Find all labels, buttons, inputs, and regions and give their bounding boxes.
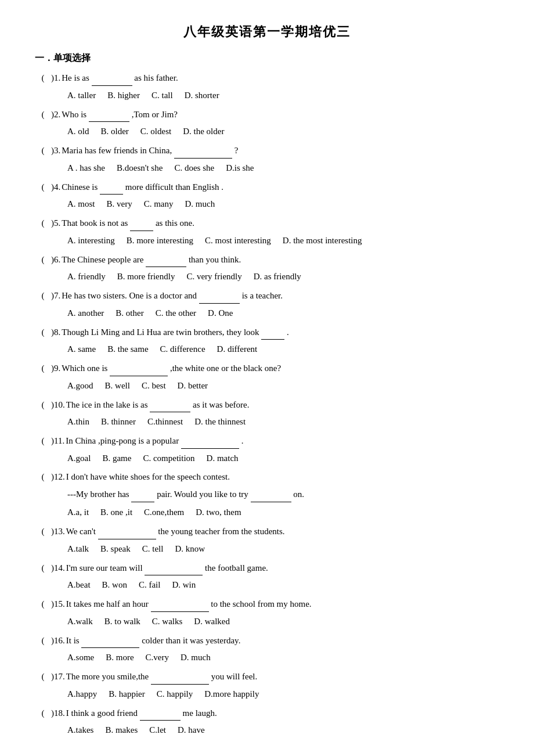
question-number: )7. <box>51 289 60 303</box>
option: B. won <box>102 577 127 593</box>
option: C.very <box>146 650 169 665</box>
option: D. the most interesting <box>283 233 362 249</box>
question-number: )11. <box>51 434 64 448</box>
option: A. interesting <box>67 233 115 249</box>
paren: ( <box>35 434 51 448</box>
question-text: The Chinese people are than you think. <box>62 252 499 268</box>
options-line: A.beatB. wonC. failD. win <box>35 577 499 593</box>
option: D. know <box>175 541 205 557</box>
question-text: We can't the young teacher from the stud… <box>66 524 499 539</box>
option: D. different <box>217 341 258 357</box>
question-text: Maria has few friends in China, ? <box>62 143 499 159</box>
paren: ( <box>35 180 51 194</box>
options-line: A.a, itB. one ,itC.one,themD. two, them <box>35 505 499 520</box>
question-number: )9. <box>51 361 60 375</box>
option: C. happily <box>157 686 193 702</box>
extra-question-line: ---My brother has pair. Would you like t… <box>35 486 499 502</box>
option: B. more <box>106 650 134 665</box>
option: C. does she <box>174 160 214 176</box>
blank <box>199 288 240 304</box>
option: C.let <box>149 722 166 738</box>
question-text: Though Li Ming and Li Hua are twin broth… <box>62 325 499 340</box>
option: B. the same <box>107 341 148 357</box>
options-line: A.goalB. gameC. competitionD. match <box>35 451 499 466</box>
blank <box>151 669 209 685</box>
options-line: A . has sheB.doesn't sheC. does sheD.is … <box>35 160 499 176</box>
option: A . has she <box>67 160 105 176</box>
option: D. shorter <box>185 88 219 103</box>
question-text: I'm sure our team will the football game… <box>66 560 499 576</box>
blank <box>98 524 156 539</box>
question-number: )14. <box>51 561 65 575</box>
options-line: A. oldB. olderC. oldestD. the older <box>35 124 499 139</box>
option: A.takes <box>67 722 93 738</box>
option: D. much <box>185 196 215 212</box>
option: D. the older <box>183 124 224 139</box>
blank <box>261 325 284 340</box>
paren: ( <box>35 470 51 484</box>
question-text: Chinese is more difficult than English . <box>62 179 499 195</box>
paren: ( <box>35 253 51 267</box>
option: D. win <box>172 577 196 593</box>
question-block: ()8.Though Li Ming and Li Hua are twin b… <box>35 325 499 358</box>
question-number: )15. <box>51 597 65 611</box>
question-text: That book is not as as this one. <box>62 215 499 231</box>
option: D. better <box>178 378 208 394</box>
blank <box>130 215 153 231</box>
question-block: ()17.The more you smile,the you will fee… <box>35 669 499 702</box>
option: A. taller <box>67 88 96 103</box>
options-line: A. tallerB. higherC. tallD. shorter <box>35 88 499 103</box>
question-block: ()7.He has two sisters. One is a doctor … <box>35 288 499 321</box>
option: C. best <box>142 378 166 394</box>
option: D. walked <box>194 614 230 629</box>
question-number: )18. <box>51 706 65 720</box>
blank <box>140 705 181 721</box>
paren: ( <box>35 143 51 157</box>
option: B.doesn't she <box>117 160 163 176</box>
option: D. two, them <box>196 505 241 520</box>
option: B. other <box>116 305 143 321</box>
option: A.happy <box>67 686 97 702</box>
question-block: ()18.I think a good friend me laugh.A.ta… <box>35 705 499 739</box>
question-number: )6. <box>51 253 60 267</box>
question-text: Which one is ,the white one or the black… <box>62 361 499 376</box>
question-number: )1. <box>51 71 60 85</box>
option: C. tell <box>142 541 164 557</box>
option: D. have <box>178 722 205 738</box>
options-line: A. anotherB. otherC. the otherD. One <box>35 305 499 321</box>
option: C. the other <box>156 305 196 321</box>
paren: ( <box>35 706 51 720</box>
question-block: ()13.We can't the young teacher from the… <box>35 524 499 557</box>
option: B. speak <box>100 541 131 557</box>
options-line: A.happyB. happierC. happilyD.more happil… <box>35 686 499 702</box>
blank <box>151 596 209 612</box>
option: C. difference <box>160 341 205 357</box>
option: C. fail <box>139 577 161 593</box>
paren: ( <box>35 561 51 575</box>
question-block: ()16.It is colder than it was yesterday.… <box>35 633 499 666</box>
paren: ( <box>35 524 51 538</box>
question-number: )12. <box>51 470 65 484</box>
question-block: ()4.Chinese is more difficult than Engli… <box>35 179 499 213</box>
question-text: The more you smile,the you will feel. <box>66 669 499 685</box>
paren: ( <box>35 361 51 375</box>
question-text: He is as as his father. <box>62 70 499 86</box>
question-text: It is colder than it was yesterday. <box>66 633 499 649</box>
question-text: He has two sisters. One is a doctor and … <box>62 288 499 304</box>
option: B. makes <box>105 722 138 738</box>
options-line: A.thinB. thinnerC.thinnestD. the thinnes… <box>35 414 499 430</box>
option: B. older <box>101 124 129 139</box>
question-text: The ice in the lake is as as it was befo… <box>66 397 499 413</box>
option: A.talk <box>67 541 89 557</box>
option: B. very <box>107 196 132 212</box>
option: C.thinnest <box>147 414 183 430</box>
option: C. competition <box>143 451 194 466</box>
option: D. One <box>208 305 233 321</box>
option: C.one,them <box>144 505 184 520</box>
blank <box>146 252 186 268</box>
question-block: ()10.The ice in the lake is as as it was… <box>35 397 499 430</box>
option: D.more happily <box>204 686 259 702</box>
option: A.thin <box>67 414 89 430</box>
options-line: A. mostB. veryC. manyD. much <box>35 196 499 212</box>
paren: ( <box>35 107 51 121</box>
